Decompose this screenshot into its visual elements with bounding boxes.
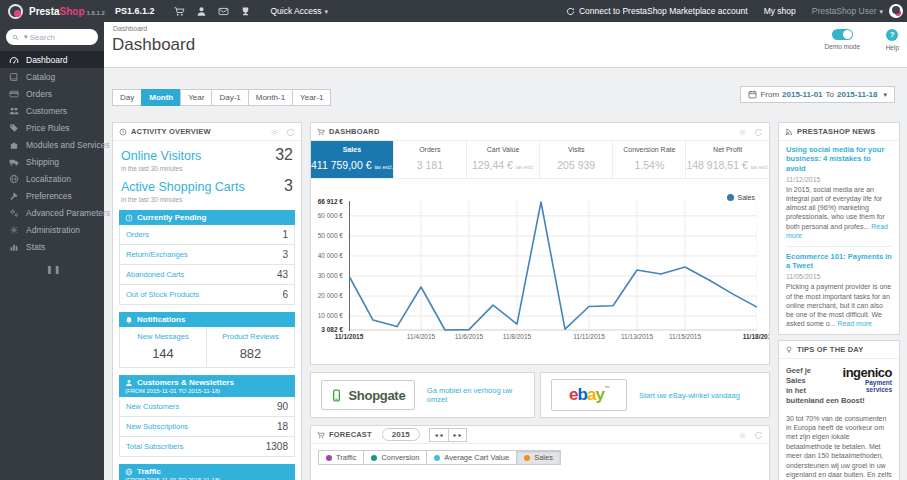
forecast-year: 2015 bbox=[382, 428, 420, 441]
search-input[interactable] bbox=[30, 33, 88, 42]
new-customers-link[interactable]: New Customers bbox=[126, 402, 179, 411]
main-content: Day Month Year Day-1 Month-1 Year-1 From… bbox=[104, 68, 907, 480]
help-icon[interactable]: ? bbox=[886, 29, 898, 41]
sidebar-item-orders[interactable]: Orders bbox=[0, 85, 104, 102]
y-axis-label: 10 000 € bbox=[311, 312, 343, 319]
kpi-visits[interactable]: Visits205 939 bbox=[539, 141, 612, 178]
sidebar-item-modules[interactable]: Modules and Services bbox=[0, 136, 104, 153]
abandoned-carts-link[interactable]: Abandoned Carts bbox=[126, 270, 184, 279]
brand-name: PrestaShop1.6.1.2 bbox=[29, 6, 105, 17]
sidebar-item-dashboard[interactable]: Dashboard bbox=[0, 51, 104, 68]
quick-access-menu[interactable]: Quick Access▾ bbox=[270, 6, 328, 16]
filter-bar: Day Month Year Day-1 Month-1 Year-1 From… bbox=[112, 86, 895, 104]
panel-refresh-icon[interactable] bbox=[754, 426, 763, 444]
kpi-conversion-rate[interactable]: Conversion Rate1.54% bbox=[612, 141, 685, 178]
ebay-link[interactable]: Start uw eBay-winkel vandaag bbox=[639, 391, 740, 400]
range-month-1-button[interactable]: Month-1 bbox=[248, 89, 293, 106]
sidebar-item-shipping[interactable]: Shipping bbox=[0, 153, 104, 170]
y-axis-label: 3 082 € bbox=[311, 326, 343, 333]
panel-settings-icon[interactable] bbox=[270, 123, 279, 141]
orders-link[interactable]: Orders bbox=[126, 230, 149, 239]
range-day-1-button[interactable]: Day-1 bbox=[211, 89, 248, 106]
range-day-button[interactable]: Day bbox=[112, 89, 142, 106]
range-year-1-button[interactable]: Year-1 bbox=[292, 89, 331, 106]
news-article-title[interactable]: Using social media for your business: 4 … bbox=[786, 145, 892, 173]
ingenico-logo[interactable]: ingenico Paymentservices bbox=[818, 366, 892, 393]
cart-icon[interactable] bbox=[168, 2, 190, 20]
envelope-icon[interactable] bbox=[212, 2, 234, 20]
shopgate-logo[interactable]: Shopgate bbox=[321, 380, 415, 410]
kpi-net-profit[interactable]: Net Profit148 918,51 € tax excl. bbox=[685, 141, 769, 178]
date-range-picker[interactable]: From2015-11-01 To2015-11-18 ▾ bbox=[740, 86, 895, 103]
chart-legend: Sales bbox=[727, 194, 755, 201]
online-visitors-link[interactable]: Online Visitors bbox=[121, 149, 201, 163]
ebay-logo[interactable]: ebay™ bbox=[551, 379, 627, 411]
previous-year-button[interactable]: ◄◄ bbox=[429, 428, 449, 442]
prestashop-logo[interactable] bbox=[8, 4, 23, 19]
person-icon[interactable] bbox=[190, 2, 212, 20]
panel-settings-icon[interactable] bbox=[738, 426, 747, 444]
marketplace-link[interactable]: Connect to PrestaShop Marketplace accoun… bbox=[566, 6, 748, 16]
online-visitors-value: 32 bbox=[275, 146, 293, 164]
kpi-sales[interactable]: Sales411 759,00 € tax excl. bbox=[311, 141, 393, 178]
sidebar-item-price-rules[interactable]: Price Rules bbox=[0, 119, 104, 136]
sidebar-item-advanced-parameters[interactable]: Advanced Parameters bbox=[0, 204, 104, 221]
news-article-date: 11/12/2015 bbox=[786, 176, 892, 183]
sidebar-item-stats[interactable]: Stats bbox=[0, 238, 104, 255]
panel-title: FORECAST bbox=[329, 430, 372, 439]
returns-link[interactable]: Return/Exchanges bbox=[126, 250, 188, 259]
out-of-stock-link[interactable]: Out of Stock Products bbox=[126, 290, 199, 299]
user-menu[interactable]: PrestaShop User▾ bbox=[812, 6, 883, 16]
new-messages-cell: New Messages144 bbox=[119, 327, 207, 368]
sidebar-item-administration[interactable]: Administration bbox=[0, 221, 104, 238]
breadcrumb[interactable]: Dashboard bbox=[113, 25, 147, 32]
active-carts-value: 3 bbox=[284, 177, 293, 195]
panel-settings-icon[interactable] bbox=[738, 123, 747, 141]
find-more-news-link[interactable]: Find more news bbox=[786, 328, 892, 335]
sidebar-item-catalog[interactable]: Catalog bbox=[0, 68, 104, 85]
my-shop-link[interactable]: My shop bbox=[764, 6, 796, 16]
legend-conversion-button[interactable]: Conversion bbox=[363, 450, 427, 465]
product-reviews-link[interactable]: Product Reviews bbox=[209, 332, 292, 341]
next-year-button[interactable]: ►► bbox=[448, 428, 468, 442]
panel-refresh-icon[interactable] bbox=[286, 123, 295, 141]
new-subscriptions-link[interactable]: New Subscriptions bbox=[126, 422, 188, 431]
trophy-icon[interactable] bbox=[234, 2, 256, 20]
active-carts-link[interactable]: Active Shopping Carts bbox=[121, 180, 245, 194]
legend-traffic-button[interactable]: Traffic bbox=[318, 450, 364, 465]
news-article-body: Picking a payment provider is one of the… bbox=[786, 282, 892, 327]
panel-refresh-icon[interactable] bbox=[754, 123, 763, 141]
news-article-title[interactable]: Ecommerce 101: Payments in a Tweet bbox=[786, 252, 892, 271]
demo-mode-toggle[interactable] bbox=[832, 29, 853, 40]
gear-icon bbox=[9, 225, 19, 235]
kpi-cart-value[interactable]: Cart Value129,44 € tax excl. bbox=[466, 141, 539, 178]
panel-title: PRESTASHOP NEWS bbox=[797, 127, 876, 136]
wrench-icon bbox=[9, 191, 19, 201]
dashboard-panel: DASHBOARD Sales411 759,00 € tax excl. Or… bbox=[310, 122, 770, 365]
sidebar-item-localization[interactable]: Localization bbox=[0, 170, 104, 187]
search-scope-caret-icon[interactable]: ▾ bbox=[24, 33, 28, 41]
page-title: Dashboard bbox=[112, 35, 195, 55]
kpi-orders[interactable]: Orders3 181 bbox=[393, 141, 466, 178]
range-year-button[interactable]: Year bbox=[180, 89, 212, 106]
new-messages-link[interactable]: New Messages bbox=[122, 332, 204, 341]
tip-body: 30 tot 70% van de consumenten in Europa … bbox=[786, 414, 892, 480]
person-icon bbox=[125, 379, 133, 387]
total-subscribers-link[interactable]: Total Subscribers bbox=[126, 442, 184, 451]
table-row: Abandoned Carts43 bbox=[119, 265, 295, 285]
globe-icon bbox=[9, 174, 19, 184]
user-avatar[interactable] bbox=[889, 4, 903, 18]
legend-sales-button[interactable]: Sales bbox=[516, 450, 561, 465]
prestashop-news-panel: PRESTASHOP NEWS Using social media for y… bbox=[778, 122, 900, 335]
search-icon[interactable] bbox=[12, 34, 19, 41]
range-month-button[interactable]: Month bbox=[141, 89, 181, 106]
sidebar-collapse-button[interactable]: ❚❚ bbox=[46, 265, 58, 274]
shopgate-link[interactable]: Ga mobiel en verhoog uw omzet bbox=[427, 386, 524, 404]
ps-version-label: PS1.6.1.2 bbox=[115, 6, 155, 16]
news-article: Ecommerce 101: Payments in a Tweet 11/05… bbox=[786, 252, 892, 328]
sidebar-item-preferences[interactable]: Preferences bbox=[0, 187, 104, 204]
globe-icon bbox=[125, 468, 133, 476]
sidebar-item-customers[interactable]: Customers bbox=[0, 102, 104, 119]
read-more-link[interactable]: Read more bbox=[837, 320, 872, 327]
legend-average-cart-value-button[interactable]: Average Cart Value bbox=[426, 450, 517, 465]
